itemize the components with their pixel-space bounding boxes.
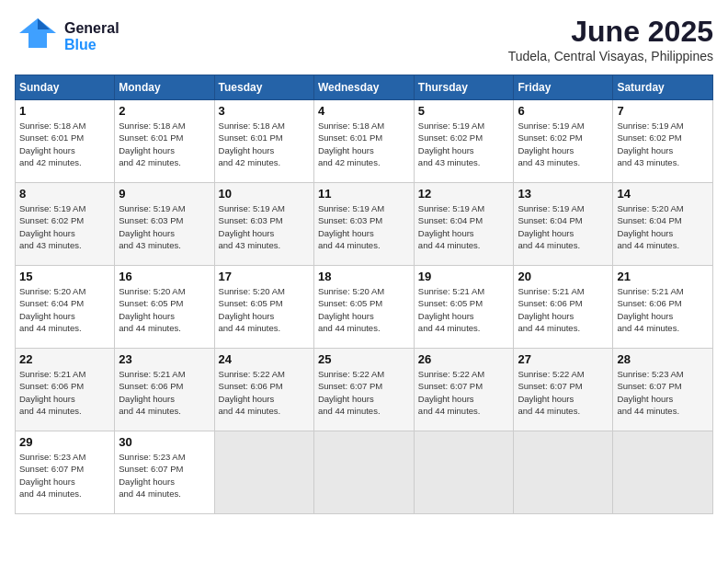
calendar-cell: 27 Sunrise: 5:22 AM Sunset: 6:07 PM Dayl… [514, 349, 613, 431]
day-info: Sunrise: 5:21 AM Sunset: 6:06 PM Dayligh… [617, 285, 709, 334]
day-info: Sunrise: 5:19 AM Sunset: 6:03 PM Dayligh… [219, 202, 310, 251]
calendar-cell: 7 Sunrise: 5:19 AM Sunset: 6:02 PM Dayli… [613, 100, 713, 183]
day-number: 3 [219, 104, 310, 118]
calendar-cell: 2 Sunrise: 5:18 AM Sunset: 6:01 PM Dayli… [115, 100, 214, 183]
header-tuesday: Tuesday [214, 75, 313, 100]
day-info: Sunrise: 5:21 AM Sunset: 6:06 PM Dayligh… [518, 285, 609, 334]
day-info: Sunrise: 5:19 AM Sunset: 6:03 PM Dayligh… [318, 202, 410, 251]
calendar-cell: 10 Sunrise: 5:19 AM Sunset: 6:03 PM Dayl… [214, 183, 313, 266]
day-number: 27 [518, 352, 609, 366]
calendar-cell: 6 Sunrise: 5:19 AM Sunset: 6:02 PM Dayli… [514, 100, 613, 183]
day-info: Sunrise: 5:22 AM Sunset: 6:06 PM Dayligh… [219, 368, 310, 417]
day-info: Sunrise: 5:20 AM Sunset: 6:05 PM Dayligh… [219, 285, 310, 334]
weekday-header-row: Sunday Monday Tuesday Wednesday Thursday… [16, 75, 713, 100]
header-monday: Monday [115, 75, 214, 100]
calendar-cell: 11 Sunrise: 5:19 AM Sunset: 6:03 PM Dayl… [313, 183, 414, 266]
week-row-3: 15 Sunrise: 5:20 AM Sunset: 6:04 PM Dayl… [16, 266, 713, 349]
day-number: 22 [19, 352, 110, 366]
calendar-cell: 21 Sunrise: 5:21 AM Sunset: 6:06 PM Dayl… [613, 266, 713, 349]
week-row-1: 1 Sunrise: 5:18 AM Sunset: 6:01 PM Dayli… [16, 100, 713, 183]
day-number: 11 [318, 187, 410, 201]
day-info: Sunrise: 5:19 AM Sunset: 6:02 PM Dayligh… [418, 120, 510, 168]
calendar-cell: 14 Sunrise: 5:20 AM Sunset: 6:04 PM Dayl… [613, 183, 713, 266]
calendar-cell: 17 Sunrise: 5:20 AM Sunset: 6:05 PM Dayl… [214, 266, 313, 349]
calendar-cell: 12 Sunrise: 5:19 AM Sunset: 6:04 PM Dayl… [414, 183, 514, 266]
day-number: 14 [617, 187, 709, 201]
week-row-5: 29 Sunrise: 5:23 AM Sunset: 6:07 PM Dayl… [16, 431, 713, 514]
day-info: Sunrise: 5:19 AM Sunset: 6:02 PM Dayligh… [19, 202, 110, 251]
day-number: 26 [418, 352, 510, 366]
header-wednesday: Wednesday [313, 75, 414, 100]
logo-icon [15, 15, 61, 59]
day-info: Sunrise: 5:20 AM Sunset: 6:05 PM Dayligh… [318, 285, 410, 334]
page-header: General Blue June 2025 Tudela, Central V… [15, 15, 713, 63]
day-info: Sunrise: 5:19 AM Sunset: 6:02 PM Dayligh… [518, 120, 609, 168]
day-number: 7 [617, 104, 709, 118]
day-info: Sunrise: 5:21 AM Sunset: 6:06 PM Dayligh… [19, 368, 110, 417]
calendar-cell [313, 431, 414, 514]
day-info: Sunrise: 5:22 AM Sunset: 6:07 PM Dayligh… [418, 368, 510, 417]
header-sunday: Sunday [16, 75, 115, 100]
day-info: Sunrise: 5:19 AM Sunset: 6:04 PM Dayligh… [418, 202, 510, 251]
day-info: Sunrise: 5:23 AM Sunset: 6:07 PM Dayligh… [119, 451, 210, 500]
calendar-cell: 15 Sunrise: 5:20 AM Sunset: 6:04 PM Dayl… [16, 266, 115, 349]
calendar-cell: 20 Sunrise: 5:21 AM Sunset: 6:06 PM Dayl… [514, 266, 613, 349]
day-info: Sunrise: 5:20 AM Sunset: 6:05 PM Dayligh… [119, 285, 210, 334]
calendar-cell: 18 Sunrise: 5:20 AM Sunset: 6:05 PM Dayl… [313, 266, 414, 349]
day-number: 12 [418, 187, 510, 201]
day-info: Sunrise: 5:18 AM Sunset: 6:01 PM Dayligh… [219, 120, 310, 168]
calendar-title-area: June 2025 Tudela, Central Visayas, Phili… [508, 15, 713, 63]
day-number: 25 [318, 352, 410, 366]
day-number: 19 [418, 270, 510, 283]
calendar-cell: 22 Sunrise: 5:21 AM Sunset: 6:06 PM Dayl… [16, 349, 115, 431]
day-number: 16 [119, 270, 210, 283]
calendar-cell: 24 Sunrise: 5:22 AM Sunset: 6:06 PM Dayl… [214, 349, 313, 431]
calendar-cell: 4 Sunrise: 5:18 AM Sunset: 6:01 PM Dayli… [313, 100, 414, 183]
day-number: 30 [119, 435, 210, 449]
calendar-cell: 26 Sunrise: 5:22 AM Sunset: 6:07 PM Dayl… [414, 349, 514, 431]
day-info: Sunrise: 5:18 AM Sunset: 6:01 PM Dayligh… [119, 120, 210, 168]
calendar-cell: 3 Sunrise: 5:18 AM Sunset: 6:01 PM Dayli… [214, 100, 313, 183]
calendar-cell: 9 Sunrise: 5:19 AM Sunset: 6:03 PM Dayli… [115, 183, 214, 266]
calendar-cell: 30 Sunrise: 5:23 AM Sunset: 6:07 PM Dayl… [115, 431, 214, 514]
day-number: 1 [19, 104, 110, 118]
day-info: Sunrise: 5:19 AM Sunset: 6:04 PM Dayligh… [518, 202, 609, 251]
calendar-cell: 29 Sunrise: 5:23 AM Sunset: 6:07 PM Dayl… [16, 431, 115, 514]
calendar-cell [214, 431, 313, 514]
day-number: 17 [219, 270, 310, 283]
day-info: Sunrise: 5:18 AM Sunset: 6:01 PM Dayligh… [19, 120, 110, 168]
day-number: 9 [119, 187, 210, 201]
day-number: 24 [219, 352, 310, 366]
day-number: 8 [19, 187, 110, 201]
calendar-table: Sunday Monday Tuesday Wednesday Thursday… [15, 75, 713, 514]
header-thursday: Thursday [414, 75, 514, 100]
day-info: Sunrise: 5:20 AM Sunset: 6:04 PM Dayligh… [19, 285, 110, 334]
day-number: 23 [119, 352, 210, 366]
logo-text-blue: Blue [64, 37, 119, 53]
header-saturday: Saturday [613, 75, 713, 100]
header-friday: Friday [514, 75, 613, 100]
day-info: Sunrise: 5:20 AM Sunset: 6:04 PM Dayligh… [617, 202, 709, 251]
calendar-cell: 16 Sunrise: 5:20 AM Sunset: 6:05 PM Dayl… [115, 266, 214, 349]
calendar-cell: 25 Sunrise: 5:22 AM Sunset: 6:07 PM Dayl… [313, 349, 414, 431]
week-row-2: 8 Sunrise: 5:19 AM Sunset: 6:02 PM Dayli… [16, 183, 713, 266]
day-number: 29 [19, 435, 110, 449]
calendar-cell: 28 Sunrise: 5:23 AM Sunset: 6:07 PM Dayl… [613, 349, 713, 431]
calendar-cell: 19 Sunrise: 5:21 AM Sunset: 6:05 PM Dayl… [414, 266, 514, 349]
day-info: Sunrise: 5:21 AM Sunset: 6:06 PM Dayligh… [119, 368, 210, 417]
day-number: 5 [418, 104, 510, 118]
calendar-cell: 13 Sunrise: 5:19 AM Sunset: 6:04 PM Dayl… [514, 183, 613, 266]
day-number: 20 [518, 270, 609, 283]
calendar-cell [414, 431, 514, 514]
day-info: Sunrise: 5:23 AM Sunset: 6:07 PM Dayligh… [19, 451, 110, 500]
day-info: Sunrise: 5:22 AM Sunset: 6:07 PM Dayligh… [318, 368, 410, 417]
day-number: 15 [19, 270, 110, 283]
day-info: Sunrise: 5:22 AM Sunset: 6:07 PM Dayligh… [518, 368, 609, 417]
day-number: 4 [318, 104, 410, 118]
day-info: Sunrise: 5:23 AM Sunset: 6:07 PM Dayligh… [617, 368, 709, 417]
week-row-4: 22 Sunrise: 5:21 AM Sunset: 6:06 PM Dayl… [16, 349, 713, 431]
calendar-cell [514, 431, 613, 514]
day-info: Sunrise: 5:18 AM Sunset: 6:01 PM Dayligh… [318, 120, 410, 168]
calendar-cell: 8 Sunrise: 5:19 AM Sunset: 6:02 PM Dayli… [16, 183, 115, 266]
day-number: 21 [617, 270, 709, 283]
